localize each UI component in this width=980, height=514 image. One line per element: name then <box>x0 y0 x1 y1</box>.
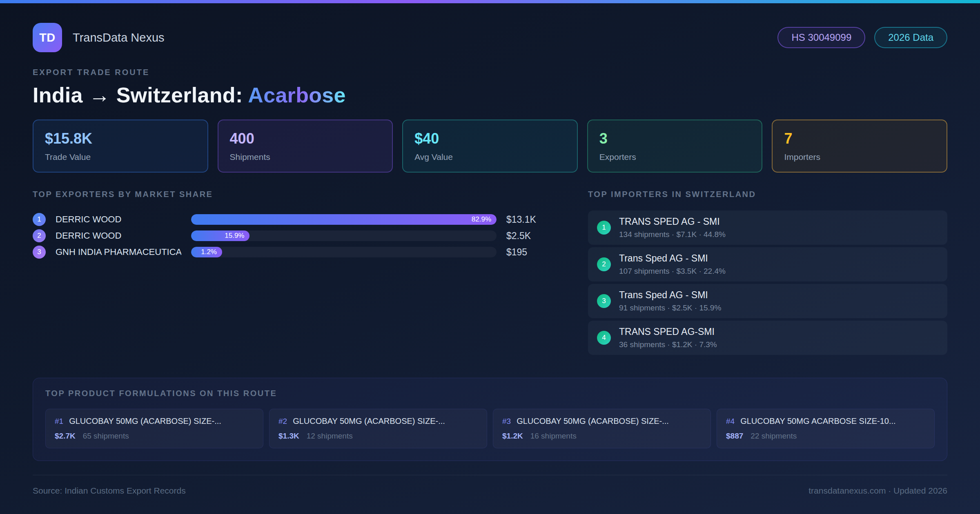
product-card[interactable]: #4 GLUCOBAY 50MG ACARBOSE SIZE-10... $88… <box>717 409 935 448</box>
rank-badge: 2 <box>33 229 46 242</box>
product-card[interactable]: #3 GLUCOBAY 50MG (ACARBOSE) SIZE-... $1.… <box>493 409 711 448</box>
product-rank: #1 <box>55 417 63 426</box>
year-data-badge[interactable]: 2026 Data <box>874 27 947 48</box>
stat-label: Importers <box>784 152 935 162</box>
stat-card-importers: 7 Importers <box>772 120 947 173</box>
importers-list: 1 TRANS SPED AG - SMI 134 shipments · $7… <box>588 210 947 355</box>
header-badges: HS 30049099 2026 Data <box>777 27 947 48</box>
product-shipments: 12 shipments <box>307 432 353 441</box>
exporter-name: GNH INDIA PHARMACEUTICALS ... <box>56 247 181 257</box>
importer-name: Trans Sped AG - SMI <box>619 290 721 301</box>
exporter-value: $2.5K <box>506 230 551 241</box>
product-shipments: 65 shipments <box>83 432 129 441</box>
product-name: GLUCOBAY 50MG ACARBOSE SIZE-10... <box>740 417 896 426</box>
stat-value: $40 <box>414 130 566 147</box>
share-percent-label: 1.2% <box>201 248 222 256</box>
app-logo: TD <box>33 23 62 52</box>
exporters-chart: 1 DERRIC WOOD 82.9% $13.1K 2 DERRIC WOOD <box>33 211 551 260</box>
product-shipments: 16 shipments <box>530 432 577 441</box>
rank-badge: 3 <box>33 246 46 259</box>
product-name: GLUCOBAY 50MG (ACARBOSE) SIZE-... <box>517 417 669 426</box>
share-percent-label: 15.9% <box>225 232 249 240</box>
route-title-text: India → Switzerland: <box>33 83 248 107</box>
product-value: $887 <box>726 432 743 441</box>
stat-label: Avg Value <box>414 152 566 162</box>
importer-row[interactable]: 1 TRANS SPED AG - SMI 134 shipments · $7… <box>588 210 947 245</box>
products-heading: TOP PRODUCT FORMULATIONS ON THIS ROUTE <box>45 389 935 398</box>
section-eyebrow: EXPORT TRADE ROUTE <box>33 68 947 77</box>
app-logo-text: TD <box>39 31 56 44</box>
rank-badge: 2 <box>597 257 611 271</box>
stat-value: 400 <box>230 130 381 147</box>
product-rank: #4 <box>726 417 735 426</box>
market-share-bar-track: 15.9% <box>191 230 497 241</box>
rank-badge: 1 <box>597 221 611 235</box>
rank-badge: 1 <box>33 213 46 226</box>
exporter-row[interactable]: 2 DERRIC WOOD 15.9% $2.5K <box>33 228 551 244</box>
stat-card-exporters: 3 Exporters <box>587 120 763 173</box>
stat-label: Trade Value <box>45 152 196 162</box>
stat-value: 3 <box>599 130 751 147</box>
market-share-bar-fill: 1.2% <box>191 247 222 257</box>
importer-detail: 36 shipments · $1.2K · 7.3% <box>619 340 717 349</box>
market-share-bar-track: 1.2% <box>191 247 497 257</box>
footer: Source: Indian Customs Export Records tr… <box>33 475 947 496</box>
rank-badge: 3 <box>597 294 611 308</box>
market-share-bar-fill: 15.9% <box>191 230 249 241</box>
exporter-name: DERRIC WOOD <box>56 214 181 225</box>
product-rank: #2 <box>278 417 287 426</box>
importer-detail: 107 shipments · $3.5K · 22.4% <box>619 267 726 276</box>
exporter-row[interactable]: 1 DERRIC WOOD 82.9% $13.1K <box>33 211 551 228</box>
exporters-section: TOP EXPORTERS BY MARKET SHARE 1 DERRIC W… <box>33 190 551 260</box>
product-rank: #3 <box>502 417 511 426</box>
stat-value: 7 <box>784 130 935 147</box>
hs-code-badge[interactable]: HS 30049099 <box>777 27 865 48</box>
importer-name: Trans Sped AG - SMI <box>619 253 726 264</box>
header: TD TransData Nexus HS 30049099 2026 Data <box>33 23 947 52</box>
importer-detail: 134 shipments · $7.1K · 44.8% <box>619 230 726 239</box>
importer-name: TRANS SPED AG - SMI <box>619 216 726 227</box>
market-share-bar-fill: 82.9% <box>191 214 497 225</box>
product-value: $1.2K <box>502 432 523 441</box>
importers-section: TOP IMPORTERS IN SWITZERLAND 1 TRANS SPE… <box>588 190 947 357</box>
product-value: $2.7K <box>55 432 76 441</box>
product-name: GLUCOBAY 50MG (ACARBOSE) SIZE-... <box>69 417 221 426</box>
top-accent-bar <box>0 0 980 3</box>
page-title: India → Switzerland: Acarbose <box>33 83 947 107</box>
stat-card-avg-value: $40 Avg Value <box>402 120 578 173</box>
site-credit: transdatanexus.com · Updated 2026 <box>808 486 947 496</box>
stats-row: $15.8K Trade Value 400 Shipments $40 Avg… <box>33 120 947 173</box>
importers-heading: TOP IMPORTERS IN SWITZERLAND <box>588 190 947 199</box>
stat-label: Exporters <box>599 152 751 162</box>
exporters-heading: TOP EXPORTERS BY MARKET SHARE <box>33 190 551 199</box>
exporter-name: DERRIC WOOD <box>56 230 181 241</box>
importer-row[interactable]: 3 Trans Sped AG - SMI 91 shipments · $2.… <box>588 284 947 318</box>
share-percent-label: 82.9% <box>472 215 497 224</box>
products-panel: TOP PRODUCT FORMULATIONS ON THIS ROUTE #… <box>33 378 947 461</box>
dashboard-page: TD TransData Nexus HS 30049099 2026 Data… <box>0 23 980 496</box>
product-shipments: 22 shipments <box>751 432 797 441</box>
product-name: GLUCOBAY 50MG (ACARBOSE) SIZE-... <box>293 417 445 426</box>
product-card[interactable]: #1 GLUCOBAY 50MG (ACARBOSE) SIZE-... $2.… <box>45 409 263 448</box>
importer-row[interactable]: 4 TRANS SPED AG-SMI 36 shipments · $1.2K… <box>588 321 947 355</box>
brand: TD TransData Nexus <box>33 23 165 52</box>
product-highlight: Acarbose <box>248 83 345 107</box>
exporter-value: $13.1K <box>506 214 551 225</box>
market-share-bar-track: 82.9% <box>191 214 497 225</box>
app-name: TransData Nexus <box>73 31 165 44</box>
stat-value: $15.8K <box>45 130 196 147</box>
exporter-row[interactable]: 3 GNH INDIA PHARMACEUTICALS ... 1.2% $19… <box>33 244 551 260</box>
stat-label: Shipments <box>230 152 381 162</box>
products-grid: #1 GLUCOBAY 50MG (ACARBOSE) SIZE-... $2.… <box>45 409 935 448</box>
importer-row[interactable]: 2 Trans Sped AG - SMI 107 shipments · $3… <box>588 247 947 281</box>
rank-badge: 4 <box>597 331 611 345</box>
importer-name: TRANS SPED AG-SMI <box>619 326 717 337</box>
importer-detail: 91 shipments · $2.5K · 15.9% <box>619 304 721 312</box>
source-note: Source: Indian Customs Export Records <box>33 486 186 496</box>
product-card[interactable]: #2 GLUCOBAY 50MG (ACARBOSE) SIZE-... $1.… <box>269 409 487 448</box>
stat-card-trade-value: $15.8K Trade Value <box>33 120 208 173</box>
product-value: $1.3K <box>278 432 299 441</box>
exporter-value: $195 <box>506 247 551 258</box>
stat-card-shipments: 400 Shipments <box>218 120 393 173</box>
